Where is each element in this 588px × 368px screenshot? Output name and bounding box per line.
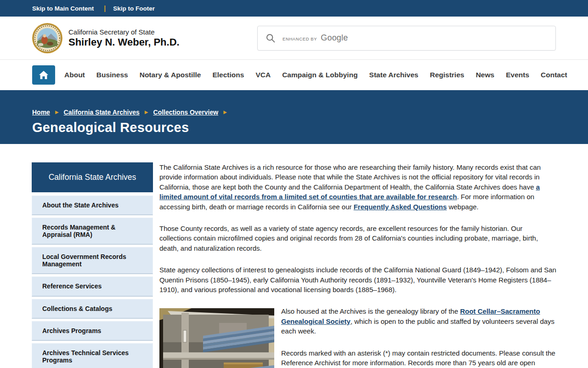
paragraph-intro: The California State Archives is a rich … [159, 162, 556, 212]
content-area: California State Archives About the Stat… [0, 144, 588, 368]
paragraph-text: Also housed at the Archives is the genea… [281, 307, 460, 315]
hero-band: Home ▶ California State Archives ▶ Colle… [0, 90, 588, 144]
nav-item-state-archives[interactable]: State Archives [369, 71, 418, 79]
breadcrumb-separator-icon: ▶ [223, 110, 227, 115]
breadcrumb: Home ▶ California State Archives ▶ Colle… [32, 109, 556, 116]
main-nav: About Business Notary & Apostille Electi… [0, 60, 588, 90]
main-content: The California State Archives is a rich … [159, 162, 556, 368]
breadcrumb-link-home[interactable]: Home [32, 109, 50, 116]
page-title: Genealogical Resources [32, 120, 556, 135]
sidebar-item-about-state-archives[interactable]: About the State Archives [32, 196, 153, 215]
skip-to-footer-link[interactable]: Skip to Footer [113, 5, 155, 12]
site-header: California Secretary of State Shirley N.… [0, 17, 588, 60]
sidebar-title: California State Archives [32, 162, 153, 192]
breadcrumb-link-collections-overview[interactable]: Collections Overview [153, 109, 219, 116]
nav-item-about[interactable]: About [64, 71, 85, 79]
breadcrumb-link-state-archives[interactable]: California State Archives [64, 109, 140, 116]
nav-item-contact[interactable]: Contact [541, 71, 567, 79]
media-block: Also housed at the Archives is the genea… [159, 306, 556, 368]
search-box[interactable]: ENHANCED BY Google [257, 26, 556, 51]
nav-item-news[interactable]: News [476, 71, 495, 79]
paragraph-text: The California State Archives is a rich … [159, 163, 541, 191]
sidebar-item-collections-catalogs[interactable]: Collections & Catalogs [32, 299, 153, 319]
page: Skip to Main Content | Skip to Footer Ca… [0, 0, 588, 368]
agency-name: California Secretary of State [68, 28, 180, 36]
nav-item-vca[interactable]: VCA [255, 71, 271, 79]
paragraph-text: webpage. [447, 203, 479, 211]
sidebar-item-archives-programs[interactable]: Archives Programs [32, 321, 153, 341]
nav-item-registries[interactable]: Registries [430, 71, 464, 79]
breadcrumb-separator-icon: ▶ [55, 110, 59, 115]
paragraph-state-agency: State agency collections of interest to … [159, 265, 556, 294]
sidebar-item-reference-services[interactable]: Reference Services [32, 276, 153, 296]
nav-item-campaign-lobbying[interactable]: Campaign & Lobbying [282, 71, 357, 79]
home-button[interactable] [32, 65, 55, 85]
home-icon [39, 70, 49, 80]
nav-item-notary-apostille[interactable]: Notary & Apostille [140, 71, 201, 79]
officer-name: Shirley N. Weber, Ph.D. [68, 36, 180, 48]
header-titles: California Secretary of State Shirley N.… [68, 28, 180, 48]
skip-separator: | [104, 5, 106, 12]
archive-shelves-photo [159, 308, 274, 368]
search-input[interactable] [258, 26, 555, 50]
paragraph-county-records: Those County records, as well as a varie… [159, 224, 556, 253]
nav-item-business[interactable]: Business [96, 71, 128, 79]
nav-item-events[interactable]: Events [506, 71, 529, 79]
breadcrumb-separator-icon: ▶ [145, 110, 148, 115]
california-seal-icon [32, 23, 63, 54]
skip-to-main-link[interactable]: Skip to Main Content [32, 5, 94, 12]
sidebar: California State Archives About the Stat… [32, 162, 153, 368]
nav-item-elections[interactable]: Elections [212, 71, 244, 79]
state-seal-logo[interactable] [32, 23, 63, 54]
sidebar-item-local-government-records[interactable]: Local Government Records Management [32, 247, 153, 274]
skip-bar: Skip to Main Content | Skip to Footer [0, 0, 588, 17]
sidebar-item-records-management-appraisal[interactable]: Records Management & Appraisal (RMA) [32, 218, 153, 245]
sidebar-item-archives-technical-services[interactable]: Archives Technical Services Programs [32, 343, 153, 368]
faq-link[interactable]: Frequently Asked Questions [354, 203, 447, 211]
